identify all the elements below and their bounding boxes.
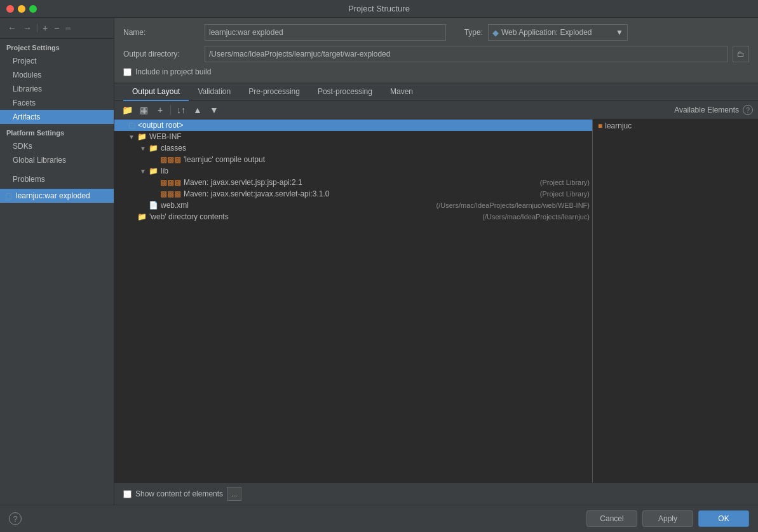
platform-settings-label: Platform Settings — [0, 124, 114, 139]
tree-label-maven-servlet: Maven: javax.servlet:javax.servlet-api:3… — [184, 189, 538, 198]
include-project-build-label: Include in project build — [135, 67, 211, 76]
toolbar-grid-button[interactable]: ▦ — [136, 103, 151, 117]
maven-icon-servlet: ▩▩▩ — [160, 189, 181, 198]
artifact-list-item[interactable]: ▢ learnjuc:war exploded — [0, 189, 114, 203]
help-button[interactable]: ? — [9, 512, 22, 525]
tree-label-compile-output: 'learnjuc' compile output — [184, 155, 590, 164]
show-content-label: Show content of elements — [135, 489, 223, 498]
sidebar: ← → + − ⎓ Project Settings Project Modul… — [0, 18, 114, 505]
type-label: Type: — [451, 28, 483, 37]
tree-label-classes: classes — [161, 144, 590, 153]
tree-item-maven-jsp[interactable]: ▩▩▩ Maven: javax.servlet.jsp:jsp-api:2.1… — [114, 177, 592, 188]
close-button[interactable] — [6, 5, 14, 13]
name-label: Name: — [123, 28, 200, 37]
sidebar-item-libraries[interactable]: Libraries — [0, 82, 114, 96]
folder-icon-web-contents: 📁 — [137, 212, 147, 221]
tree-arrow-classes: ▼ — [140, 145, 149, 152]
tab-validation-label: Validation — [198, 87, 231, 96]
available-item-learnjuc[interactable]: ■ learnjuc — [593, 119, 758, 132]
tab-pre-processing-label: Pre-processing — [248, 87, 300, 96]
main-content: ← → + − ⎓ Project Settings Project Modul… — [0, 18, 758, 505]
web-app-icon: ◆ — [492, 28, 499, 38]
sidebar-item-sdks[interactable]: SDKs — [0, 139, 114, 153]
sidebar-item-modules[interactable]: Modules — [0, 68, 114, 82]
tab-post-processing[interactable]: Post-processing — [309, 83, 381, 101]
footer-left: ? — [9, 512, 22, 525]
tree-item-maven-servlet[interactable]: ▩▩▩ Maven: javax.servlet:javax.servlet-a… — [114, 188, 592, 200]
footer-right: Cancel Apply OK — [586, 510, 749, 527]
tab-pre-processing[interactable]: Pre-processing — [240, 83, 309, 101]
apply-button[interactable]: Apply — [642, 510, 693, 527]
copy-artifact-button[interactable]: ⎓ — [63, 22, 73, 34]
tree-muted-web-contents: (/Users/mac/IdeaProjects/learnjuc) — [482, 213, 590, 221]
toolbar-sort-button[interactable]: ↓↑ — [173, 103, 189, 117]
artifact-toolbar: 📁 ▦ + ↓↑ ▲ ▼ Available Elements ? — [114, 101, 758, 119]
name-type-row: Name: Type: ◆ Web Application: Exploded … — [123, 24, 749, 41]
tree-item-web-contents[interactable]: 📁 'web' directory contents (/Users/mac/I… — [114, 211, 592, 222]
type-selector[interactable]: ◆ Web Application: Exploded ▼ — [488, 24, 628, 41]
tab-output-layout[interactable]: Output Layout — [123, 83, 189, 101]
ok-button[interactable]: OK — [698, 510, 749, 527]
folder-icon-lib: 📁 — [149, 167, 158, 175]
nav-forward-button[interactable]: → — [20, 22, 34, 34]
tree-item-compile-output[interactable]: ▩▩▩ 'learnjuc' compile output — [114, 154, 592, 165]
toolbar-folder-button[interactable]: 📁 — [119, 103, 135, 117]
tree-item-classes[interactable]: ▼ 📁 classes — [114, 142, 592, 154]
toolbar-add-button[interactable]: + — [152, 103, 168, 117]
tree-item-output-root[interactable]: ▢ <output root> — [114, 119, 592, 131]
maximize-button[interactable] — [29, 5, 37, 13]
include-project-build-checkbox[interactable] — [123, 68, 132, 76]
toolbar-down-button[interactable]: ▼ — [206, 103, 222, 117]
title-bar: Project Structure — [0, 0, 758, 18]
tree-item-web-inf[interactable]: ▼ 📁 WEB-INF — [114, 131, 592, 142]
artifact-list-icon: ▢ — [5, 191, 12, 200]
folder-icon-classes: 📁 — [149, 144, 158, 153]
window-controls[interactable] — [6, 5, 37, 13]
cancel-button[interactable]: Cancel — [586, 510, 637, 527]
sidebar-item-global-libraries[interactable]: Global Libraries — [0, 153, 114, 167]
ellipsis-button[interactable]: ... — [227, 487, 241, 501]
module-icon-learnjuc: ■ — [598, 121, 602, 130]
tree-label-lib: lib — [161, 167, 590, 175]
tree-muted-maven-jsp: (Project Library) — [540, 179, 590, 186]
sidebar-item-facets[interactable]: Facets — [0, 96, 114, 110]
tree-item-web-xml[interactable]: 📄 web.xml (/Users/mac/IdeaProjects/learn… — [114, 200, 592, 211]
folder-icon-web-inf: 📁 — [137, 132, 147, 141]
sidebar-item-modules-label: Modules — [13, 71, 41, 79]
tab-validation[interactable]: Validation — [189, 83, 240, 101]
tree-arrow-web-inf: ▼ — [128, 133, 137, 140]
tree-label-web-xml: web.xml — [161, 201, 434, 210]
split-pane: ▢ <output root> ▼ 📁 WEB-INF ▼ 📁 classes — [114, 119, 758, 482]
name-input[interactable] — [205, 24, 446, 41]
show-content-checkbox[interactable] — [123, 490, 132, 498]
browse-dir-button[interactable]: 🗀 — [733, 46, 749, 62]
sidebar-item-problems[interactable]: Problems — [0, 172, 114, 186]
nav-back-button[interactable]: ← — [5, 22, 19, 34]
toolbar-separator — [170, 105, 171, 115]
tab-post-processing-label: Post-processing — [318, 87, 372, 96]
artifact-list-label: learnjuc:war exploded — [16, 191, 90, 200]
sidebar-item-libraries-label: Libraries — [13, 85, 42, 93]
tree-label-web-contents: 'web' directory contents — [149, 212, 480, 221]
project-settings-label: Project Settings — [0, 39, 114, 54]
tabs-bar: Output Layout Validation Pre-processing … — [114, 83, 758, 101]
tree-item-lib[interactable]: ▼ 📁 lib — [114, 165, 592, 177]
minimize-button[interactable] — [18, 5, 25, 13]
available-elements-help-icon[interactable]: ? — [743, 105, 753, 115]
tree-pane: ▢ <output root> ▼ 📁 WEB-INF ▼ 📁 classes — [114, 119, 593, 482]
tab-maven[interactable]: Maven — [381, 83, 422, 101]
sidebar-item-project[interactable]: Project — [0, 54, 114, 68]
artifact-list-container: ▢ learnjuc:war exploded — [0, 189, 114, 505]
tree-arrow-lib: ▼ — [140, 168, 149, 175]
available-elements-label: Available Elements — [674, 106, 739, 114]
output-dir-input[interactable] — [205, 46, 728, 62]
remove-artifact-button[interactable]: − — [51, 22, 62, 34]
sidebar-item-project-label: Project — [13, 57, 36, 65]
tree-label-output-root: <output root> — [138, 121, 590, 130]
toolbar-up-button[interactable]: ▲ — [190, 103, 205, 117]
available-label-learnjuc: learnjuc — [605, 121, 632, 130]
add-artifact-button[interactable]: + — [40, 22, 50, 34]
tab-maven-label: Maven — [390, 87, 413, 96]
sidebar-item-artifacts[interactable]: Artifacts — [0, 110, 114, 124]
content-area: Name: Type: ◆ Web Application: Exploded … — [114, 18, 758, 505]
